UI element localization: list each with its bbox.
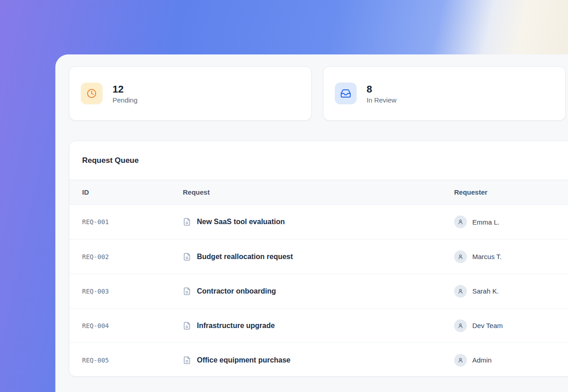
inbox-icon <box>335 83 357 104</box>
table-row[interactable]: REQ-002 Budget reallocation request Marc… <box>69 239 568 274</box>
request-id: REQ-004 <box>82 322 183 329</box>
stats-row: 12 Pending 8 In Review <box>69 66 566 121</box>
table-row[interactable]: REQ-005 Office equipment purchase Admin <box>69 343 568 377</box>
queue-panel-header: Request Queue <box>69 141 568 180</box>
request-title: Contractor onboarding <box>197 287 276 295</box>
main-content-panel: 12 Pending 8 In Review Request Queue ID <box>55 54 568 392</box>
requester-name: Dev Team <box>472 322 503 329</box>
pending-count: 12 <box>113 83 137 96</box>
request-title: Budget reallocation request <box>197 253 293 261</box>
table-row[interactable]: REQ-003 Contractor onboarding Sarah K. <box>69 274 568 308</box>
table-body: REQ-001 New SaaS tool evaluation Emma L. <box>69 205 568 377</box>
request-title: Office equipment purchase <box>197 356 290 364</box>
file-text-icon <box>183 322 191 330</box>
requester-name: Sarah K. <box>472 287 499 295</box>
column-header-requester: Requester <box>454 188 568 196</box>
in-review-label: In Review <box>367 96 397 104</box>
in-review-count: 8 <box>367 83 397 96</box>
table-row[interactable]: REQ-004 Infrastructure upgrade Dev Team <box>69 308 568 343</box>
request-id: REQ-002 <box>82 253 183 260</box>
user-avatar <box>454 250 467 263</box>
file-text-icon <box>183 356 191 364</box>
request-title: New SaaS tool evaluation <box>197 218 285 226</box>
request-id: REQ-003 <box>82 288 183 295</box>
file-text-icon <box>183 287 191 295</box>
request-id: REQ-001 <box>82 218 183 225</box>
user-avatar <box>454 285 467 298</box>
request-queue-panel: Request Queue ID Request Requester REQ-0… <box>69 141 568 377</box>
user-avatar <box>454 354 467 367</box>
request-id: REQ-005 <box>82 357 183 364</box>
table-row[interactable]: REQ-001 New SaaS tool evaluation Emma L. <box>69 205 568 239</box>
user-avatar <box>454 216 467 228</box>
clock-icon <box>81 83 103 104</box>
stat-card-in-review: 8 In Review <box>323 66 566 121</box>
queue-title: Request Queue <box>82 156 139 165</box>
user-avatar <box>454 319 467 332</box>
table-column-header: ID Request Requester <box>69 180 568 205</box>
column-header-request: Request <box>183 188 454 196</box>
pending-label: Pending <box>113 96 137 104</box>
request-title: Infrastructure upgrade <box>197 322 275 330</box>
file-text-icon <box>183 218 191 226</box>
column-header-id: ID <box>82 188 183 196</box>
requester-name: Marcus T. <box>472 253 502 260</box>
file-text-icon <box>183 253 191 261</box>
requester-name: Emma L. <box>472 218 499 226</box>
requester-name: Admin <box>472 356 492 364</box>
stat-card-pending: 12 Pending <box>69 66 312 121</box>
